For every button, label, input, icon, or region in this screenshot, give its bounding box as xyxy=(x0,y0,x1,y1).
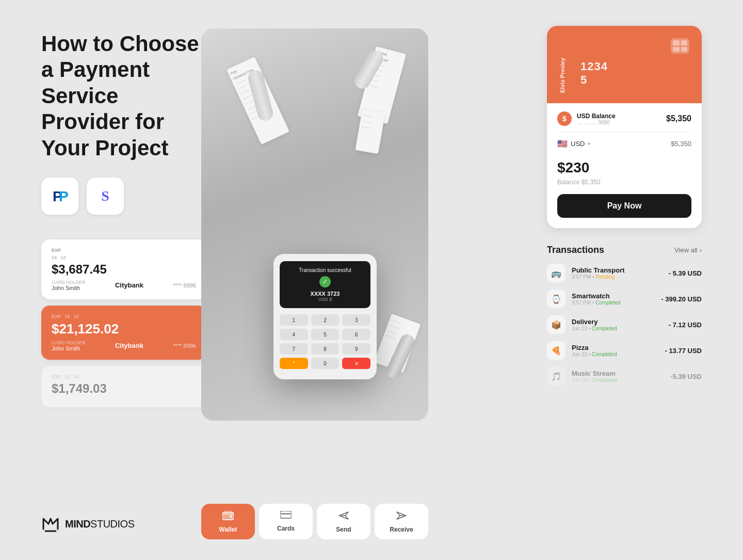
tx-info-3: Delivery Jun 23 • Completed xyxy=(572,318,663,331)
tx-date-2: 3:57 PM • Completed xyxy=(572,300,655,306)
balance-label: USD Balance xyxy=(577,113,616,120)
logo-row: P P S xyxy=(41,178,206,215)
receive-icon xyxy=(396,511,407,523)
chevron-right-icon: › xyxy=(700,246,702,254)
pos-visual: POS TRANSACTION·························… xyxy=(201,28,428,421)
terminal-success-text: Transaction successful xyxy=(286,267,364,273)
right-panel: Elvis Presley 12345 $ USD Balance xyxy=(547,26,702,393)
card-number-1: **** 8996 xyxy=(173,282,196,289)
balance-left: $ USD Balance .... .... .... 9080 xyxy=(557,111,616,126)
mind-studios-icon xyxy=(41,515,60,533)
key-2: 2 xyxy=(311,314,340,326)
payment-card-body: $ USD Balance .... .... .... 9080 $5,350… xyxy=(547,103,702,228)
tx-amount-5: -5.39 USD xyxy=(670,373,702,380)
card-bank-1: Citybank xyxy=(115,281,143,289)
main-container: How to Choose a Payment Service Provider… xyxy=(0,0,743,560)
cards-icon xyxy=(280,511,292,522)
terminal-check-icon: ✓ xyxy=(319,276,331,287)
key-6: 6 xyxy=(342,329,370,340)
center-pos-image: POS TRANSACTION·························… xyxy=(201,28,428,421)
key-0: 0 xyxy=(311,358,340,369)
key-8: 8 xyxy=(311,343,340,355)
tx-icon-smartwatch: ⌚ xyxy=(547,290,566,308)
currency-selector[interactable]: 🇺🇸 USD ▾ $5,350 xyxy=(557,139,691,149)
key-7: 7 xyxy=(280,343,308,355)
currency-code: USD xyxy=(571,140,585,148)
card-exp-dates: 24 12 xyxy=(52,255,196,260)
tx-icon-pizza: 🍕 xyxy=(547,341,566,360)
terminal-keypad: 1 2 3 4 5 6 7 8 9 * 0 ✕ xyxy=(280,314,370,369)
send-amount-display: $230 xyxy=(557,153,691,178)
payment-card-visual: Elvis Presley 12345 xyxy=(547,26,702,103)
card-holder-name-2: John Smith xyxy=(52,345,86,351)
card-holder-label-1: Card holder xyxy=(52,280,86,285)
card-amount-1: $3,687.45 xyxy=(52,262,196,277)
tx-name-4: Pizza xyxy=(572,344,658,351)
transaction-item-2: ⌚ Smartwatch 3:57 PM • Completed - 399.2… xyxy=(547,290,702,308)
balance-sub: Balance $5,350 xyxy=(557,179,691,186)
payment-card-widget: Elvis Presley 12345 $ USD Balance xyxy=(547,26,702,228)
tx-date-1: 3:57 PM • Pending xyxy=(572,274,663,280)
pay-now-button[interactable]: Pay Now xyxy=(557,194,691,218)
flag-icon: 🇺🇸 xyxy=(557,139,568,149)
tab-cards-label: Cards xyxy=(277,525,295,532)
transaction-item-1: 🚌 Public Transport 3:57 PM • Pending - 5… xyxy=(547,264,702,282)
key-4: 4 xyxy=(280,329,308,340)
tx-icon-delivery: 📦 xyxy=(547,315,566,334)
paypal-logo: P P xyxy=(41,178,78,215)
terminal-screen: Transaction successful ✓ XXXX 3723 USD $ xyxy=(280,261,370,308)
tx-amount-4: - 13.77 USD xyxy=(665,347,702,355)
balance-info: USD Balance .... .... .... 9080 xyxy=(577,113,616,125)
card-holder-name-1: John Smith xyxy=(52,285,86,291)
cards-widget: EXP 24 12 $3,687.45 Card holder John Smi… xyxy=(41,239,206,407)
tab-wallet-label: Wallet xyxy=(219,526,237,533)
card-amount-2: $21,125.02 xyxy=(52,321,196,337)
tab-send-label: Send xyxy=(336,526,351,533)
tx-info-4: Pizza Jun 23 • Completed xyxy=(572,344,658,357)
card-number-2: **** 8996 xyxy=(173,343,196,349)
tx-name-3: Delivery xyxy=(572,318,663,326)
svg-text:P: P xyxy=(59,188,69,204)
transactions-title: Transactions xyxy=(547,245,604,255)
send-number: 230 xyxy=(566,159,590,175)
svg-rect-6 xyxy=(280,513,292,515)
key-9: 9 xyxy=(342,343,370,355)
tx-amount-1: - 5.39 USD xyxy=(669,269,702,277)
transaction-item-4: 🍕 Pizza Jun 23 • Completed - 13.77 USD xyxy=(547,341,702,360)
tx-icon-transport: 🚌 xyxy=(547,264,566,282)
transactions-header: Transactions View all › xyxy=(547,245,702,255)
tx-date-4: Jun 23 • Completed xyxy=(572,351,658,357)
card-holder-name-visual: Elvis Presley xyxy=(559,58,566,93)
card-white: EXP 24 12 $3,687.45 Card holder John Smi… xyxy=(41,239,206,299)
key-star: * xyxy=(280,358,308,369)
card-exp-label: EXP xyxy=(52,248,61,253)
send-icon xyxy=(338,511,349,523)
terminal-currency: USD $ xyxy=(286,297,364,302)
svg-rect-3 xyxy=(222,513,234,515)
bottom-nav: Wallet Cards Send xyxy=(201,504,428,539)
tx-icon-music: 🎵 xyxy=(547,367,566,386)
dollar-sign: $ xyxy=(557,159,566,175)
tab-receive[interactable]: Receive xyxy=(375,504,428,539)
dollar-icon: $ xyxy=(557,111,572,126)
stripe-logo: S xyxy=(87,178,124,215)
tab-cards[interactable]: Cards xyxy=(259,504,313,539)
card-chip xyxy=(671,38,689,54)
balance-card-num: .... .... .... 9080 xyxy=(577,120,616,125)
key-5: 5 xyxy=(311,329,340,340)
tab-receive-label: Receive xyxy=(390,526,413,533)
card-faded: EXP 11 24 $1,749.03 xyxy=(41,366,206,407)
view-all-button[interactable]: View all › xyxy=(674,246,702,254)
key-x: ✕ xyxy=(342,358,370,369)
chevron-down-icon: ▾ xyxy=(588,141,590,147)
tx-amount-2: - 399.20 USD xyxy=(661,295,702,303)
tx-name-5: Music Stream xyxy=(572,370,664,377)
tab-send[interactable]: Send xyxy=(317,504,370,539)
card-holder-label-2: Card holder xyxy=(52,340,86,345)
pos-terminal: Transaction successful ✓ XXXX 3723 USD $… xyxy=(273,254,377,379)
headline: How to Choose a Payment Service Provider… xyxy=(41,31,206,161)
tx-info-2: Smartwatch 3:57 PM • Completed xyxy=(572,292,655,306)
tx-date-5: Jun 20 • Completed xyxy=(572,377,664,383)
tab-wallet[interactable]: Wallet xyxy=(201,504,255,539)
currency-amount: $5,350 xyxy=(671,140,691,148)
